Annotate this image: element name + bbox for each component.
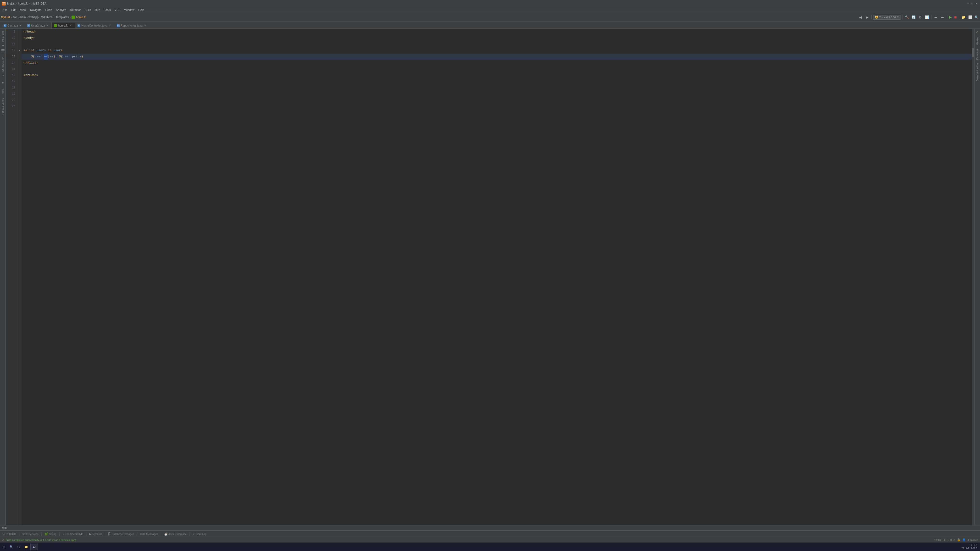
encoding[interactable]: UTF-8	[948, 538, 955, 541]
cursor-position[interactable]: 13:13	[934, 538, 941, 541]
favorites-icon[interactable]: ★	[1, 79, 5, 86]
code-line-18[interactable]	[22, 85, 972, 91]
menu-window[interactable]: Window	[122, 8, 136, 12]
bottom-tab-checkstyle[interactable]: ✓ CS CheckStyle	[61, 531, 85, 537]
fold-18[interactable]	[18, 85, 22, 91]
menu-file[interactable]: File	[1, 8, 10, 12]
fold-14[interactable]	[18, 60, 22, 66]
fold-15[interactable]	[18, 66, 22, 72]
tab-close-button[interactable]: ✕	[108, 24, 111, 27]
bottom-tab-services[interactable]: ⚙ 8: Services	[21, 531, 40, 537]
minimize-button[interactable]: —	[966, 2, 969, 5]
code-line-12[interactable]: <#list users as user>	[22, 48, 972, 54]
bottom-tab-java-enterprise[interactable]: ☕ Java Enterprise	[163, 531, 188, 537]
breadcrumb-main[interactable]: main	[19, 16, 25, 19]
indent-setting[interactable]: 4 spaces	[967, 538, 978, 541]
fold-16[interactable]	[18, 72, 22, 78]
code-line-21[interactable]	[22, 103, 972, 110]
sidebar-right-database[interactable]: Database	[975, 47, 980, 61]
code-line-14[interactable]: </#list>	[22, 60, 972, 66]
editor[interactable]: 9 10 11 12 13 14 15 16 17 18 19 20 21 ▼	[6, 29, 974, 525]
menu-view[interactable]: View	[18, 8, 28, 12]
settings-button[interactable]: ⚙	[917, 14, 923, 20]
breadcrumb-webinf[interactable]: WEB-INF	[41, 16, 54, 19]
fold-11[interactable]	[18, 41, 22, 48]
back-button[interactable]: ◀	[858, 14, 863, 20]
line-ending[interactable]: LF	[943, 538, 946, 541]
sidebar-structure[interactable]: 2: Structure	[1, 56, 5, 77]
bottom-tab-event-log[interactable]: ℹ Event Log	[191, 531, 208, 537]
fold-13[interactable]	[18, 54, 22, 60]
menu-vcs[interactable]: VCS	[113, 8, 123, 12]
menu-analyze[interactable]: Analyze	[54, 8, 68, 12]
menu-help[interactable]: Help	[136, 8, 146, 12]
code-line-20[interactable]	[22, 97, 972, 103]
stop-button[interactable]: ⏹	[953, 15, 958, 20]
menu-refactor[interactable]: Refactor	[68, 8, 83, 12]
code-line-19[interactable]	[22, 91, 972, 97]
search-button[interactable]: 🔍	[8, 544, 15, 549]
bottom-tab-database-changes[interactable]: 🗄 Database Changes	[107, 531, 135, 537]
task-view-button[interactable]: ❑	[16, 544, 22, 549]
tomcat-selector[interactable]: 🐱 Tomcat 9.0.36 ▼	[873, 15, 901, 20]
code-content[interactable]: </head> <body> <#list users as user> ${u…	[22, 29, 972, 525]
fold-20[interactable]	[18, 97, 22, 103]
sidebar-right-maven[interactable]: Maven	[975, 36, 980, 47]
breadcrumb-project[interactable]: MyList	[1, 16, 10, 19]
breadcrumb-file[interactable]: home.ftl	[76, 16, 86, 19]
tab-close-button[interactable]: ✕	[46, 24, 49, 27]
code-line-15[interactable]	[22, 66, 972, 72]
code-line-11[interactable]	[22, 41, 972, 48]
tab-close-button[interactable]: ✕	[19, 24, 22, 27]
sidebar-web[interactable]: Web	[1, 88, 5, 94]
start-button[interactable]: ⊞	[1, 544, 7, 549]
fold-17[interactable]	[18, 78, 22, 85]
menu-edit[interactable]: Edit	[10, 8, 18, 12]
code-line-16[interactable]: <br><br>	[22, 72, 972, 78]
tab-close-button[interactable]: ✕	[69, 24, 72, 27]
bottom-tab-terminal[interactable]: ▶ Terminal	[88, 531, 103, 537]
intellij-taskbar-item[interactable]: IJ	[30, 544, 38, 550]
file-explorer-button[interactable]: 📁	[22, 544, 30, 549]
project-view-button[interactable]: 📁	[961, 14, 966, 20]
code-line-9[interactable]: </head>	[22, 29, 972, 35]
fold-12[interactable]: ▼	[18, 48, 22, 54]
breadcrumb-webapp[interactable]: webapp	[29, 16, 38, 19]
prev-button[interactable]: ⬅	[933, 14, 939, 20]
code-line-13[interactable]: ${user.na|me}: ${user.price}	[22, 54, 972, 60]
sidebar-right-bean-validation[interactable]: Bean Validation	[975, 62, 980, 83]
menu-build[interactable]: Build	[83, 8, 93, 12]
tab-homecontroller-java[interactable]: C HomeController.java ✕	[75, 22, 114, 29]
tab-car-java[interactable]: C Car.java ✕	[1, 22, 25, 29]
vertical-scrollbar[interactable]	[972, 29, 974, 525]
code-line-10[interactable]: <body>	[22, 35, 972, 41]
fold-19[interactable]	[18, 91, 22, 97]
forward-button[interactable]: ▶	[864, 14, 870, 20]
reload-button[interactable]: 🔄	[911, 14, 916, 20]
structure-icon[interactable]: ☰	[0, 48, 5, 54]
fold-9[interactable]	[18, 29, 22, 35]
run-button[interactable]: ▶	[948, 14, 952, 20]
breadcrumb-templates[interactable]: templates	[56, 16, 68, 19]
tab-user2-java[interactable]: C User2.java ✕	[25, 22, 51, 29]
fold-21[interactable]	[18, 103, 22, 110]
menu-run[interactable]: Run	[93, 8, 102, 12]
bottom-tab-spring[interactable]: 🌿 Spring	[43, 531, 58, 537]
expand-button[interactable]: ⬜	[967, 14, 973, 20]
fold-10[interactable]	[18, 35, 22, 41]
sidebar-project[interactable]: 1: Project	[1, 30, 5, 48]
code-line-17[interactable]	[22, 78, 972, 85]
coverage-button[interactable]: 📊	[924, 14, 930, 20]
tab-close-button[interactable]: ✕	[143, 24, 147, 27]
global-search-button[interactable]: 🔍	[974, 15, 979, 20]
bottom-tab-messages[interactable]: ✉ 0: Messages	[139, 531, 159, 537]
next-button[interactable]: ➡	[940, 14, 945, 20]
scrollbar-thumb[interactable]	[972, 48, 974, 57]
sidebar-persistence[interactable]: Persistence	[1, 97, 5, 116]
menu-tools[interactable]: Tools	[102, 8, 113, 12]
bottom-tab-todo[interactable]: ☑ 6: TODO	[1, 531, 18, 537]
menu-code[interactable]: Code	[43, 8, 54, 12]
close-button[interactable]: ✕	[975, 2, 978, 5]
maximize-button[interactable]: □	[970, 2, 974, 5]
build-button[interactable]: 🔨	[904, 14, 910, 20]
